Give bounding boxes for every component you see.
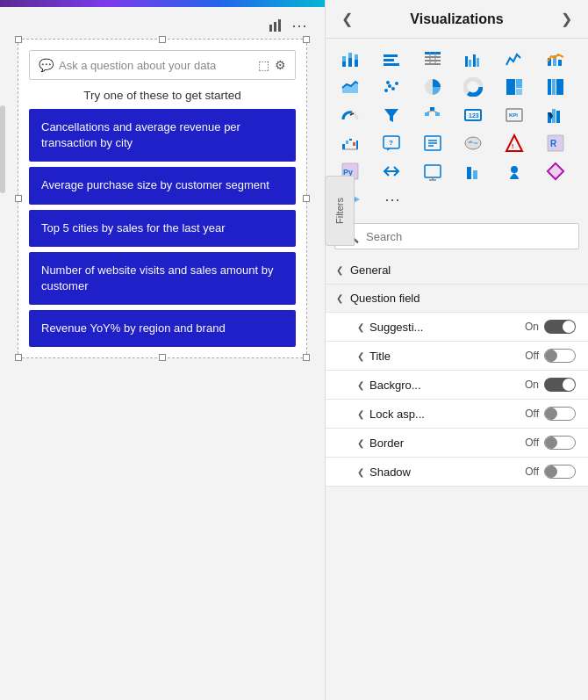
svg-marker-69 [506, 135, 522, 151]
viz-icon-diamond[interactable] [540, 158, 571, 184]
chevron-border[interactable]: ❮ [357, 438, 364, 448]
toggle-lock-knob [545, 408, 557, 420]
filters-tab[interactable]: Filters [325, 176, 355, 246]
viz-icon-custom[interactable]: ! [498, 130, 530, 156]
svg-text:R: R [550, 139, 557, 148]
toggle-shadow-label: Off [525, 465, 539, 478]
suggestion-item-0[interactable]: Cancellations and average revenue per tr… [29, 109, 296, 162]
svg-marker-83 [548, 163, 563, 179]
svg-rect-1 [274, 22, 276, 32]
more-options-icon[interactable]: ⋯ [291, 16, 307, 35]
suggestion-item-4[interactable]: Revenue YoY% by region and brand [29, 310, 296, 347]
viz-icon-gauge[interactable] [334, 102, 366, 128]
viz-icon-table[interactable] [417, 46, 448, 72]
chevron-title[interactable]: ❮ [357, 351, 364, 361]
viz-icon-area[interactable] [334, 74, 366, 100]
suggestion-item-1[interactable]: Average purchase size by customer segmen… [29, 167, 296, 204]
handle-tm [159, 36, 166, 43]
toggle-shadow[interactable] [544, 465, 576, 479]
handle-ml [15, 195, 22, 202]
bar-chart-icon[interactable] [269, 18, 284, 33]
svg-point-68 [465, 137, 481, 149]
qa-input-text: Ask a question about your data [59, 59, 253, 72]
viz-icon-grid: 123 KPI ? ! R Py [326, 39, 588, 220]
qa-input-area[interactable]: 💬 Ask a question about your data ⬚ ⚙ [29, 50, 296, 80]
svg-rect-4 [342, 56, 346, 61]
duplicate-icon[interactable]: ⬚ [258, 58, 269, 72]
left-panel: ⋯ 💬 Ask a question about your data ⬚ ⚙ T… [0, 0, 325, 700]
viz-icon-ribbon[interactable] [540, 102, 571, 128]
suggestion-item-3[interactable]: Number of website visits and sales amoun… [29, 252, 296, 305]
toggle-suggestions[interactable] [544, 320, 576, 334]
section-question-label: Question field [350, 292, 420, 305]
viz-icon-kpi[interactable]: KPI [498, 102, 530, 128]
viz-icon-pie[interactable] [417, 74, 448, 100]
settings-icon[interactable]: ⚙ [275, 58, 286, 72]
viz-icon-clustered-bar[interactable] [457, 46, 489, 72]
viz-icon-bar[interactable] [376, 46, 407, 72]
svg-rect-19 [469, 60, 471, 67]
svg-point-28 [391, 87, 395, 90]
viz-icon-slides[interactable] [417, 158, 448, 184]
chevron-lock[interactable]: ❮ [357, 409, 364, 419]
svg-rect-53 [556, 111, 560, 123]
canvas-toolbar: ⋯ [18, 16, 307, 35]
nav-arrow-right[interactable]: ❯ [556, 9, 577, 29]
viz-icon-qa[interactable]: ? [376, 130, 407, 156]
viz-icon-bar-single[interactable] [457, 158, 489, 184]
left-scrollbar[interactable] [0, 105, 5, 193]
svg-rect-8 [355, 54, 358, 60]
svg-rect-38 [552, 79, 556, 95]
viz-icon-smart[interactable] [417, 130, 448, 156]
toggle-background[interactable] [544, 378, 576, 392]
more-viz-btn[interactable]: ⋯ [376, 186, 415, 213]
nav-arrow-left[interactable]: ❮ [336, 9, 358, 29]
svg-rect-11 [384, 54, 398, 57]
svg-rect-6 [348, 53, 352, 58]
suggestion-item-2[interactable]: Top 5 cities by sales for the last year [29, 210, 296, 247]
property-background-label-wrap: ❮ Backgro... [357, 379, 421, 392]
toggle-border[interactable] [544, 436, 576, 450]
viz-icon-donut[interactable] [457, 74, 489, 100]
chevron-suggestions[interactable]: ❮ [357, 322, 364, 332]
viz-icon-scatter[interactable] [376, 74, 407, 100]
viz-icon-waterfall[interactable] [334, 130, 366, 156]
property-shadow: ❮ Shadow Off [326, 458, 588, 487]
section-question-field[interactable]: ❮ Question field [326, 285, 588, 313]
chevron-shadow[interactable]: ❮ [357, 467, 364, 477]
svg-marker-41 [384, 109, 398, 122]
svg-rect-24 [558, 60, 562, 66]
toggle-border-container: Off [525, 436, 576, 450]
viz-icon-filter[interactable] [376, 102, 407, 128]
chevron-question: ❮ [336, 293, 343, 303]
svg-rect-10 [384, 59, 394, 61]
toggle-background-container: On [525, 378, 576, 392]
viz-icon-arrows[interactable] [376, 158, 407, 184]
svg-text:!: ! [512, 143, 513, 149]
viz-icon-treemap[interactable] [498, 74, 530, 100]
section-general[interactable]: ❮ General [326, 256, 588, 285]
toggle-title-container: Off [525, 349, 576, 363]
viz-icon-card[interactable]: 123 [457, 102, 489, 128]
viz-icon-line[interactable] [498, 46, 530, 72]
viz-icon-geo[interactable] [498, 158, 530, 184]
qa-input-actions: ⬚ ⚙ [258, 58, 286, 72]
svg-rect-79 [467, 167, 471, 179]
search-bar[interactable]: 🔍 [334, 223, 579, 249]
svg-line-46 [432, 111, 437, 112]
viz-icon-stacked-bar[interactable] [334, 46, 366, 72]
viz-icon-matrix[interactable] [540, 74, 571, 100]
viz-icon-combo[interactable] [540, 46, 571, 72]
svg-text:?: ? [389, 139, 393, 147]
search-input[interactable] [366, 230, 570, 243]
chevron-background[interactable]: ❮ [357, 380, 364, 390]
viz-icon-filled-map[interactable] [457, 130, 489, 156]
toggle-title[interactable] [544, 349, 576, 363]
handle-br [303, 354, 310, 361]
svg-rect-12 [425, 52, 441, 54]
viz-icon-decomp[interactable] [417, 102, 448, 128]
viz-icon-r[interactable]: R [540, 130, 571, 156]
toggle-border-knob [545, 437, 557, 449]
handle-bm [159, 354, 166, 361]
toggle-lock[interactable] [544, 407, 576, 421]
